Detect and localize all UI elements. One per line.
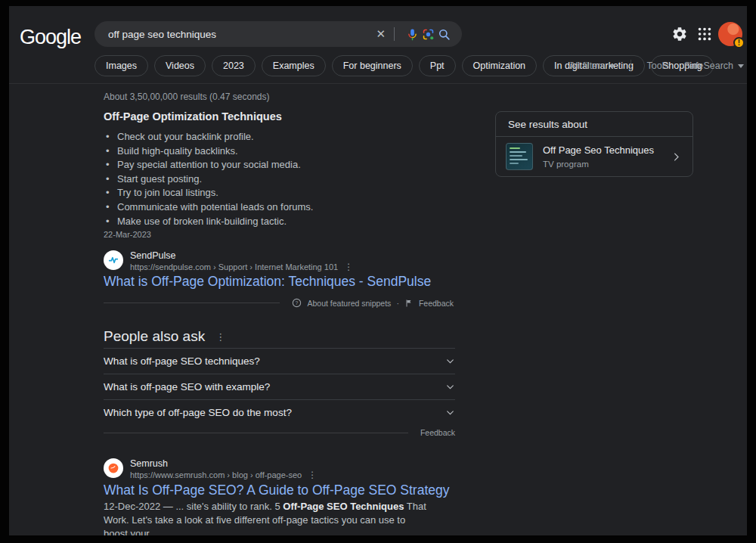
google-lens-icon[interactable] (420, 27, 435, 42)
list-item: Build high-quality backlinks. (104, 144, 436, 159)
help-circle-icon: ? (292, 298, 302, 308)
result-thumbnail (506, 143, 533, 170)
list-item: Make use of broken link-building tactic. (104, 215, 436, 229)
semrush-favicon-icon (104, 458, 123, 478)
filter-tools-bar: All filters Tools SafeSearch (569, 55, 744, 76)
all-filters-menu[interactable]: All filters (569, 61, 615, 71)
account-alert-badge: ! (733, 37, 745, 48)
flag-icon (404, 299, 414, 308)
account-avatar[interactable]: ! (718, 22, 742, 46)
chip-examples[interactable]: Examples (262, 55, 326, 76)
paa-question-3[interactable]: Which type of off-page SEO do the most? (104, 399, 455, 425)
dot-separator: · (396, 299, 399, 308)
chevron-down-icon (445, 408, 455, 417)
search-results-page: Google ✕ (9, 6, 747, 535)
featured-snippet-list: Check out your backlink profile. Build h… (104, 130, 436, 228)
settings-gear-icon[interactable] (671, 26, 688, 42)
list-item: Pay special attention to your social med… (104, 158, 436, 172)
chevron-down-icon (445, 382, 455, 392)
feedback-link[interactable]: Feedback (420, 428, 455, 437)
search-submit-icon[interactable] (435, 27, 451, 42)
chevron-right-icon (671, 151, 682, 163)
toolbar-divider (631, 60, 631, 72)
side-item-title: Off Page Seo Techniques (543, 144, 654, 156)
list-item: Check out your backlink profile. (104, 130, 436, 144)
list-item: Communicate with potential leads on foru… (104, 200, 436, 215)
safesearch-menu[interactable]: SafeSearch (684, 61, 744, 71)
paa-question-2[interactable]: What is off-page SEO with example? (104, 374, 455, 399)
searchbox-divider (394, 27, 395, 41)
clear-search-icon[interactable]: ✕ (376, 27, 386, 41)
about-featured-snippets-link[interactable]: About featured snippets (307, 299, 391, 308)
about-snippets-row: ? About featured snippets · Feedback (104, 298, 454, 308)
header-divider (9, 83, 747, 84)
chip-2023[interactable]: 2023 (212, 55, 256, 76)
side-card-item[interactable]: Off Page Seo Techniques TV program (496, 137, 692, 176)
list-item: Try to join local listings. (104, 186, 436, 200)
source-name[interactable]: SendPulse (130, 250, 175, 261)
chevron-down-icon (445, 356, 455, 366)
side-item-subtitle: TV program (543, 160, 589, 169)
browser-frame: Google ✕ (0, 0, 756, 543)
google-logo[interactable]: Google (20, 26, 81, 49)
google-apps-grid-icon[interactable] (696, 26, 713, 42)
featured-snippet-title: Off-Page Optimization Techniques (104, 110, 282, 123)
chip-images[interactable]: Images (94, 55, 148, 76)
more-options-icon[interactable]: ⋮ (344, 262, 353, 272)
list-item: Start guest posting. (104, 172, 436, 187)
search-box[interactable]: ✕ (94, 21, 462, 47)
feedback-link[interactable]: Feedback (419, 299, 454, 308)
paa-divider (104, 433, 408, 433)
source-name[interactable]: Semrush (130, 458, 168, 469)
paa-question-1[interactable]: What is off-page SEO techniques? (104, 348, 455, 374)
chip-ppt[interactable]: Ppt (419, 55, 456, 76)
snippet-divider (104, 303, 280, 303)
svg-text:?: ? (296, 300, 299, 306)
people-also-ask-box: What is off-page SEO techniques? What is… (104, 348, 455, 440)
source-url[interactable]: https://sendpulse.com › Support › Intern… (130, 262, 338, 272)
chip-videos[interactable]: Videos (154, 55, 206, 76)
more-options-icon[interactable]: ⋮ (308, 470, 317, 480)
tools-menu[interactable]: Tools (646, 61, 668, 71)
chip-optimization[interactable]: Optimization (462, 55, 537, 76)
result-snippet: 12-Dec-2022 — ... site's ability to rank… (104, 500, 427, 535)
more-options-icon[interactable]: ⋮ (215, 331, 225, 343)
search-input[interactable] (108, 29, 376, 40)
organic-result-link[interactable]: What Is Off-Page SEO? A Guide to Off-Pag… (104, 482, 450, 498)
chevron-down-icon (609, 64, 615, 68)
chevron-down-icon (738, 64, 744, 68)
see-results-about-card: See results about Off Page Seo Technique… (495, 111, 693, 177)
sendpulse-favicon-icon (104, 250, 123, 270)
side-card-title: See results about (496, 112, 692, 137)
result-stats: About 3,50,00,000 results (0.47 seconds) (104, 92, 269, 102)
result-source: SendPulse https://sendpulse.com › Suppor… (104, 248, 353, 272)
result-source: Semrush https://www.semrush.com › blog ›… (104, 456, 317, 480)
people-also-ask-title: People also ask ⋮ (104, 328, 225, 345)
microphone-icon[interactable] (404, 27, 420, 42)
chip-for-beginners[interactable]: For beginners (332, 55, 413, 76)
source-url[interactable]: https://www.semrush.com › blog › off-pag… (130, 470, 302, 480)
featured-result-link[interactable]: What is Off-Page Optimization: Technique… (104, 274, 431, 290)
snippet-date: 22-Mar-2023 (104, 230, 151, 239)
